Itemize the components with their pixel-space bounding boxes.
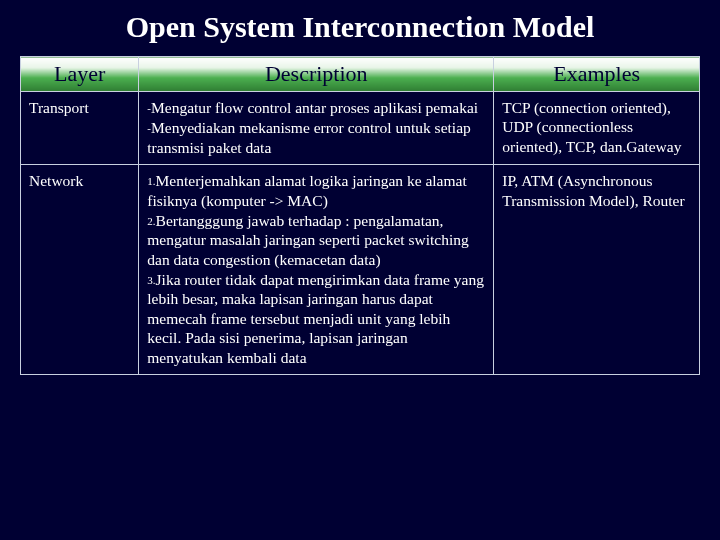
desc-text: Menyediakan mekanisme error control untu… xyxy=(147,119,470,155)
number-marker: 2. xyxy=(147,215,155,227)
description-cell: 1.Menterjemahkan alamat logika jaringan … xyxy=(139,165,494,375)
table-header-row: Layer Description Examples xyxy=(21,57,700,92)
number-marker: 3. xyxy=(147,274,155,286)
layer-cell: Network xyxy=(21,165,139,375)
layer-cell: Transport xyxy=(21,92,139,165)
page-title: Open System Interconnection Model xyxy=(20,10,700,44)
desc-text: Bertangggung jawab terhadap : pengalamat… xyxy=(147,212,469,268)
header-description: Description xyxy=(139,57,494,92)
list-item: 3.Jika router tidak dapat mengirimkan da… xyxy=(147,270,485,367)
list-item: 2.Bertangggung jawab terhadap : pengalam… xyxy=(147,211,485,269)
description-list: Mengatur flow control antar proses aplik… xyxy=(147,98,485,157)
header-layer: Layer xyxy=(21,57,139,92)
description-list: 1.Menterjemahkan alamat logika jaringan … xyxy=(147,171,485,367)
table-row: Transport Mengatur flow control antar pr… xyxy=(21,92,700,165)
desc-text: Jika router tidak dapat mengirimkan data… xyxy=(147,271,484,366)
header-examples: Examples xyxy=(494,57,700,92)
desc-text: Menterjemahkan alamat logika jaringan ke… xyxy=(147,172,466,208)
examples-cell: IP, ATM (Asynchronous Transmission Model… xyxy=(494,165,700,375)
table-row: Network 1.Menterjemahkan alamat logika j… xyxy=(21,165,700,375)
list-item: Menyediakan mekanisme error control untu… xyxy=(147,118,485,157)
desc-text: Mengatur flow control antar proses aplik… xyxy=(151,99,478,116)
list-item: 1.Menterjemahkan alamat logika jaringan … xyxy=(147,171,485,210)
list-item: Mengatur flow control antar proses aplik… xyxy=(147,98,485,117)
slide: Open System Interconnection Model Layer … xyxy=(0,0,720,540)
osi-table: Layer Description Examples Transport Men… xyxy=(20,56,700,375)
description-cell: Mengatur flow control antar proses aplik… xyxy=(139,92,494,165)
examples-cell: TCP (connection oriented), UDP (connecti… xyxy=(494,92,700,165)
number-marker: 1. xyxy=(147,175,155,187)
